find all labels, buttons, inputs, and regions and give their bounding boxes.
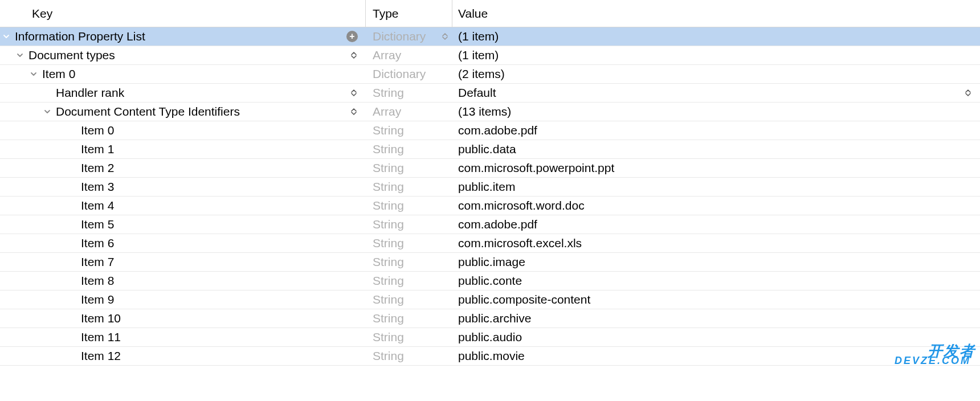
table-row[interactable]: Item 12Stringpublic.movie	[0, 347, 980, 366]
table-row[interactable]: Item 1Stringpublic.data	[0, 140, 980, 159]
type-cell[interactable]: Dictionary	[366, 65, 452, 83]
table-row[interactable]: Item 0Stringcom.adobe.pdf	[0, 121, 980, 140]
value-cell[interactable]: public.movie	[452, 347, 980, 365]
value-cell[interactable]: public.data	[452, 140, 980, 158]
header-row: Key Type Value	[0, 0, 980, 27]
type-text: String	[373, 124, 404, 137]
table-row[interactable]: Item 11Stringpublic.audio	[0, 328, 980, 347]
table-row[interactable]: Item 8Stringpublic.conte	[0, 272, 980, 290]
key-inner: Item 0	[0, 124, 366, 137]
header-type[interactable]: Type	[366, 0, 452, 27]
table-row[interactable]: Document typesArray(1 item)	[0, 46, 980, 65]
chevron-down-icon[interactable]	[43, 108, 51, 116]
key-stepper-icon[interactable]	[350, 50, 358, 61]
table-row[interactable]: Item 10Stringpublic.archive	[0, 309, 980, 328]
key-cell[interactable]: Item 5	[0, 215, 366, 234]
value-cell[interactable]: com.microsoft.powerpoint.ppt	[452, 159, 980, 177]
key-cell[interactable]: Item 0	[0, 121, 366, 140]
type-cell[interactable]: String	[366, 197, 452, 215]
key-stepper-icon[interactable]	[350, 87, 358, 99]
type-cell[interactable]: String	[366, 140, 452, 158]
value-cell[interactable]: (13 items)	[452, 103, 980, 121]
value-cell[interactable]: public.item	[452, 178, 980, 196]
type-cell[interactable]: String	[366, 159, 452, 177]
header-key[interactable]: Key	[0, 0, 366, 27]
header-value[interactable]: Value	[452, 0, 980, 27]
table-row[interactable]: Item 5Stringcom.adobe.pdf	[0, 215, 980, 234]
table-row[interactable]: Item 6Stringcom.microsoft.excel.xls	[0, 234, 980, 253]
type-cell[interactable]: String	[366, 121, 452, 140]
table-row[interactable]: Item 4Stringcom.microsoft.word.doc	[0, 197, 980, 215]
type-stepper-icon[interactable]	[441, 31, 449, 42]
value-cell[interactable]: public.archive	[452, 309, 980, 328]
key-inner: Item 7	[0, 255, 366, 269]
chevron-down-icon[interactable]	[2, 32, 10, 40]
type-cell[interactable]: String	[366, 84, 452, 102]
value-cell[interactable]: com.adobe.pdf	[452, 215, 980, 234]
chevron-down-icon[interactable]	[16, 51, 24, 59]
key-stepper-icon[interactable]	[350, 106, 358, 117]
table-row[interactable]: Item 9Stringpublic.composite-content	[0, 290, 980, 309]
value-cell[interactable]: (1 item)	[452, 27, 980, 46]
chevron-down-icon[interactable]	[30, 70, 38, 78]
table-row[interactable]: Item 2Stringcom.microsoft.powerpoint.ppt	[0, 159, 980, 178]
type-cell[interactable]: Array	[366, 46, 452, 64]
key-cell[interactable]: Handler rank	[0, 84, 366, 102]
value-cell[interactable]: Default	[452, 84, 980, 102]
key-cell[interactable]: Item 1	[0, 140, 366, 158]
value-text: (2 items)	[458, 67, 505, 81]
key-inner: Document types	[0, 48, 366, 62]
value-cell[interactable]: (2 items)	[452, 65, 980, 83]
key-cell[interactable]: Item 8	[0, 272, 366, 290]
key-cell[interactable]: Information Property List+	[0, 27, 366, 46]
table-row[interactable]: Item 7Stringpublic.image	[0, 253, 980, 272]
key-text: Item 4	[81, 199, 114, 212]
value-cell[interactable]: public.audio	[452, 328, 980, 346]
type-text: String	[373, 236, 404, 250]
value-cell[interactable]: com.microsoft.excel.xls	[452, 234, 980, 252]
type-cell[interactable]: String	[366, 347, 452, 365]
table-row[interactable]: Item 3Stringpublic.item	[0, 178, 980, 197]
key-cell[interactable]: Item 12	[0, 347, 366, 365]
value-cell[interactable]: com.microsoft.word.doc	[452, 197, 980, 215]
type-cell[interactable]: String	[366, 290, 452, 309]
value-cell[interactable]: (1 item)	[452, 46, 980, 64]
key-cell[interactable]: Item 3	[0, 178, 366, 196]
type-cell[interactable]: String	[366, 178, 452, 196]
type-cell[interactable]: String	[366, 234, 452, 252]
type-cell[interactable]: Dictionary	[366, 27, 452, 46]
key-cell[interactable]: Item 10	[0, 309, 366, 328]
value-cell[interactable]: com.adobe.pdf	[452, 121, 980, 140]
key-inner: Information Property List	[0, 30, 366, 43]
value-cell[interactable]: public.conte	[452, 272, 980, 290]
value-text: public.item	[458, 180, 515, 194]
key-cell[interactable]: Document types	[0, 46, 366, 64]
key-cell[interactable]: Item 11	[0, 328, 366, 346]
key-cell[interactable]: Item 6	[0, 234, 366, 252]
key-cell[interactable]: Item 4	[0, 197, 366, 215]
key-cell[interactable]: Item 7	[0, 253, 366, 271]
value-cell[interactable]: public.image	[452, 253, 980, 271]
key-cell[interactable]: Item 2	[0, 159, 366, 177]
table-row[interactable]: Document Content Type IdentifiersArray(1…	[0, 103, 980, 121]
type-cell[interactable]: String	[366, 215, 452, 234]
key-inner: Item 3	[0, 180, 366, 194]
key-inner: Item 10	[0, 312, 366, 325]
type-cell[interactable]: String	[366, 309, 452, 328]
type-cell[interactable]: String	[366, 328, 452, 346]
table-row[interactable]: Information Property List+Dictionary(1 i…	[0, 27, 980, 46]
key-cell[interactable]: Document Content Type Identifiers	[0, 103, 366, 121]
plus-icon[interactable]: +	[346, 31, 358, 42]
type-cell[interactable]: String	[366, 272, 452, 290]
type-cell[interactable]: String	[366, 253, 452, 271]
key-text: Handler rank	[56, 86, 124, 100]
type-cell[interactable]: Array	[366, 103, 452, 121]
table-row[interactable]: Item 0Dictionary(2 items)	[0, 65, 980, 84]
value-stepper-icon[interactable]	[964, 87, 972, 99]
header-type-label: Type	[373, 7, 399, 21]
key-text: Information Property List	[15, 30, 145, 43]
table-row[interactable]: Handler rankStringDefault	[0, 84, 980, 103]
value-cell[interactable]: public.composite-content	[452, 290, 980, 309]
key-cell[interactable]: Item 9	[0, 290, 366, 309]
key-cell[interactable]: Item 0	[0, 65, 366, 83]
